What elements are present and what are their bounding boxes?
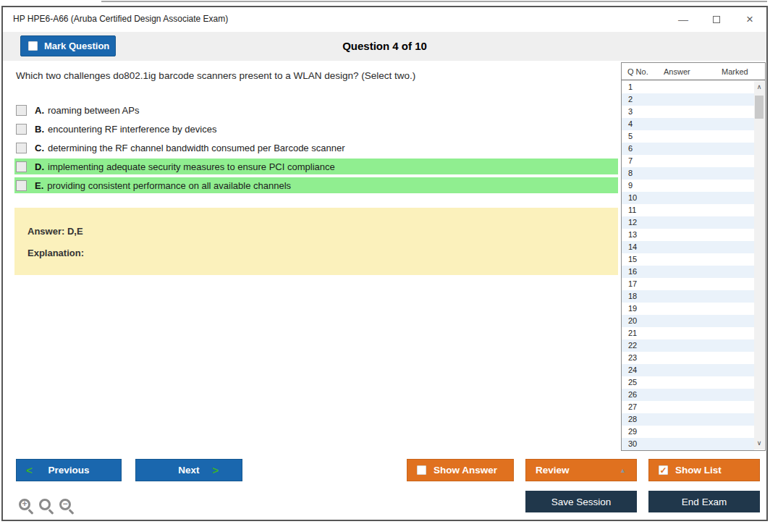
option-row-b[interactable]: B. encountering RF interference by devic… — [14, 121, 618, 137]
minimize-icon[interactable]: — — [671, 7, 695, 32]
question-list-row[interactable]: 12 — [622, 216, 754, 229]
zoom-reset-icon[interactable] — [39, 499, 51, 510]
next-button[interactable]: Next > — [135, 459, 242, 481]
question-list-row[interactable]: 17 — [622, 278, 754, 290]
option-text: determining the RF channel bandwidth con… — [48, 143, 344, 153]
column-answer: Answer — [664, 67, 690, 76]
next-label: Next — [178, 465, 199, 476]
question-list-row[interactable]: 24 — [622, 364, 754, 376]
end-exam-label: End Exam — [682, 497, 727, 507]
question-list-row[interactable]: 6 — [622, 143, 754, 155]
show-list-label: Show List — [675, 465, 722, 476]
question-list-row[interactable]: 25 — [622, 376, 754, 389]
scroll-down-icon[interactable]: ∨ — [754, 438, 764, 449]
option-row-d[interactable]: D. implementing adequate security measur… — [14, 159, 618, 174]
question-list-row[interactable]: 27 — [622, 401, 754, 413]
close-icon[interactable]: × — [737, 7, 762, 32]
option-b-checkbox[interactable] — [16, 124, 27, 135]
maximize-icon[interactable] — [704, 7, 729, 32]
exam-window: HP HPE6-A66 (Aruba Certified Design Asso… — [1, 6, 768, 521]
question-list-row[interactable]: 15 — [622, 253, 754, 266]
option-letter: D. — [35, 161, 44, 172]
option-text: encountering RF interference by devices — [48, 124, 216, 135]
question-list-row[interactable]: 23 — [622, 352, 754, 364]
option-row-c[interactable]: C. determining the RF channel bandwidth … — [14, 140, 618, 156]
question-list-row[interactable]: 21 — [622, 327, 754, 339]
magnifier-handle — [69, 509, 75, 515]
explanation-label: Explanation: — [28, 248, 605, 258]
question-list-row[interactable]: 9 — [622, 180, 754, 192]
previous-button[interactable]: < Previous — [16, 459, 122, 481]
question-list-scrollbar[interactable]: ∧ ∨ — [754, 81, 764, 449]
option-d-checkbox[interactable] — [16, 161, 27, 172]
option-letter: C. — [35, 143, 44, 153]
option-e-checkbox[interactable] — [16, 180, 27, 191]
column-qno: Q No. — [627, 67, 648, 76]
question-list-row[interactable]: 10 — [622, 192, 754, 204]
question-list-panel: Q No. Answer Marked 12345678910111213141… — [621, 62, 766, 451]
question-counter: Question 4 of 10 — [3, 32, 766, 61]
option-text: roaming between APs — [48, 105, 139, 116]
scroll-up-icon[interactable]: ∧ — [754, 82, 764, 93]
show-list-checkbox[interactable]: ✓ — [659, 465, 668, 475]
previous-chevron-icon: < — [26, 464, 33, 476]
show-answer-label: Show Answer — [434, 465, 497, 476]
magnifier-handle — [28, 509, 34, 515]
review-dropdown-button[interactable]: Review ▲ — [525, 459, 637, 481]
question-list-row[interactable]: 2 — [622, 93, 754, 106]
question-list-row[interactable]: 7 — [622, 155, 754, 167]
show-answer-button[interactable]: Show Answer — [407, 459, 514, 481]
question-list-body: 1234567891011121314151617181920212223242… — [622, 81, 754, 450]
mark-question-checkbox[interactable] — [28, 41, 38, 51]
show-answer-checkbox[interactable] — [417, 465, 426, 475]
previous-label: Previous — [48, 465, 89, 476]
question-list-row[interactable]: 1 — [622, 81, 754, 93]
save-session-button[interactable]: Save Session — [525, 491, 637, 512]
review-label: Review — [536, 465, 570, 476]
magnifier-handle — [48, 509, 54, 515]
question-list-row[interactable]: 19 — [622, 303, 754, 315]
window-controls: — × — [662, 7, 762, 32]
option-c-checkbox[interactable] — [16, 143, 27, 153]
mark-question-button[interactable]: Mark Question — [20, 35, 116, 56]
question-list-row[interactable]: 30 — [622, 438, 754, 450]
question-text: Which two challenges do802.1ig barcode s… — [16, 70, 609, 81]
options-list: A. roaming between APs B. encountering R… — [14, 102, 618, 196]
question-list-row[interactable]: 28 — [622, 413, 754, 426]
answer-text: Answer: D,E — [28, 226, 605, 237]
question-list-row[interactable]: 8 — [622, 167, 754, 180]
column-marked: Marked — [722, 67, 748, 76]
question-list-row[interactable]: 3 — [622, 106, 754, 118]
maximize-glyph — [713, 16, 720, 23]
zoom-in-icon[interactable]: + — [19, 499, 30, 510]
option-letter: E. — [35, 180, 43, 191]
show-list-button[interactable]: ✓ Show List — [648, 459, 760, 481]
question-list-row[interactable]: 11 — [622, 204, 754, 216]
save-session-label: Save Session — [551, 497, 612, 507]
option-a-checkbox[interactable] — [16, 105, 27, 116]
check-icon: ✓ — [659, 466, 667, 475]
question-list-row[interactable]: 29 — [622, 426, 754, 438]
scrollbar-thumb[interactable] — [755, 96, 764, 119]
question-list-row[interactable]: 26 — [622, 389, 754, 401]
mark-question-label: Mark Question — [44, 41, 109, 51]
option-row-a[interactable]: A. roaming between APs — [14, 102, 618, 118]
question-list-row[interactable]: 13 — [622, 229, 754, 241]
question-list-header: Q No. Answer Marked — [622, 63, 765, 80]
question-list-row[interactable]: 14 — [622, 241, 754, 253]
question-list-row[interactable]: 20 — [622, 315, 754, 327]
zoom-out-icon[interactable]: − — [59, 499, 71, 510]
option-text: implementing adequate security measures … — [48, 161, 335, 172]
option-row-e[interactable]: E. providing consistent performance on a… — [14, 177, 618, 193]
end-exam-button[interactable]: End Exam — [648, 491, 760, 512]
question-list-row[interactable]: 4 — [622, 118, 754, 130]
answer-panel: Answer: D,E Explanation: — [14, 208, 618, 275]
question-list-row[interactable]: 16 — [622, 266, 754, 278]
minus-sign: − — [62, 500, 69, 507]
question-list-row[interactable]: 22 — [622, 339, 754, 352]
plus-sign: + — [21, 500, 28, 507]
option-text: providing consistent performance on all … — [47, 180, 291, 191]
question-list-row[interactable]: 18 — [622, 290, 754, 303]
question-list-row[interactable]: 5 — [622, 130, 754, 143]
zoom-toolbar: + − — [19, 499, 71, 510]
